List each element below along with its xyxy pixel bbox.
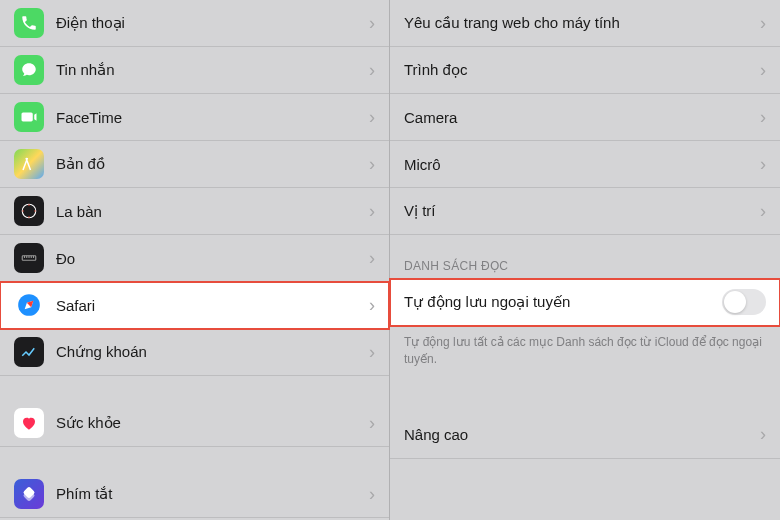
compass-icon: [14, 196, 44, 226]
chevron-right-icon: ›: [369, 295, 375, 316]
health-icon: [14, 408, 44, 438]
section-header-reading-list: DANH SÁCH ĐỌC: [390, 235, 780, 279]
shortcuts-icon: [14, 479, 44, 509]
detail-item-label: Nâng cao: [404, 426, 760, 443]
settings-detail: Yêu cầu trang web cho máy tính › Trình đ…: [390, 0, 780, 520]
section-gap: [0, 376, 389, 400]
sidebar-item-label: Phím tắt: [56, 485, 369, 503]
chevron-right-icon: ›: [760, 154, 766, 175]
measure-icon: [14, 243, 44, 273]
sidebar-item-shortcuts[interactable]: Phím tắt ›: [0, 471, 389, 518]
sidebar-item-label: Đo: [56, 250, 369, 267]
svg-point-0: [22, 204, 36, 218]
section-footer-reading-list: Tự động lưu tất cả các mục Danh sách đọc…: [390, 326, 780, 380]
detail-item-label: Micrô: [404, 156, 760, 173]
chevron-right-icon: ›: [369, 107, 375, 128]
detail-item-reader[interactable]: Trình đọc ›: [390, 47, 780, 94]
toggle-switch[interactable]: [722, 289, 766, 315]
sidebar-item-label: Safari: [56, 297, 369, 314]
chevron-right-icon: ›: [760, 60, 766, 81]
sidebar-item-measure[interactable]: Đo ›: [0, 235, 389, 282]
detail-item-label: Trình đọc: [404, 61, 760, 79]
sidebar-item-compass[interactable]: La bàn ›: [0, 188, 389, 235]
chevron-right-icon: ›: [369, 342, 375, 363]
sidebar-item-label: La bàn: [56, 203, 369, 220]
chevron-right-icon: ›: [760, 424, 766, 445]
sidebar-item-label: Bản đồ: [56, 155, 369, 173]
detail-item-advanced[interactable]: Nâng cao ›: [390, 412, 780, 459]
sidebar-item-label: Sức khỏe: [56, 414, 369, 432]
chevron-right-icon: ›: [760, 107, 766, 128]
chevron-right-icon: ›: [369, 484, 375, 505]
sidebar-item-label: Điện thoại: [56, 14, 369, 32]
detail-item-label: Camera: [404, 109, 760, 126]
chevron-right-icon: ›: [369, 201, 375, 222]
sidebar-item-label: FaceTime: [56, 109, 369, 126]
sidebar-item-messages[interactable]: Tin nhắn ›: [0, 47, 389, 94]
message-icon: [14, 55, 44, 85]
facetime-icon: [14, 102, 44, 132]
chevron-right-icon: ›: [369, 413, 375, 434]
detail-item-auto-save-offline[interactable]: Tự động lưu ngoại tuyến: [390, 279, 780, 326]
maps-icon: [14, 149, 44, 179]
sidebar-item-facetime[interactable]: FaceTime ›: [0, 94, 389, 141]
stocks-icon: [14, 337, 44, 367]
detail-item-label: Yêu cầu trang web cho máy tính: [404, 14, 760, 32]
chevron-right-icon: ›: [760, 13, 766, 34]
sidebar-item-phone[interactable]: Điện thoại ›: [0, 0, 389, 47]
sidebar-item-stocks[interactable]: Chứng khoán ›: [0, 329, 389, 376]
detail-item-desktop-site[interactable]: Yêu cầu trang web cho máy tính ›: [390, 0, 780, 47]
spacer: [390, 380, 780, 412]
detail-item-location[interactable]: Vị trí ›: [390, 188, 780, 235]
section-gap: [0, 447, 389, 471]
phone-icon: [14, 8, 44, 38]
detail-item-camera[interactable]: Camera ›: [390, 94, 780, 141]
detail-item-label: Vị trí: [404, 202, 760, 220]
detail-item-label: Tự động lưu ngoại tuyến: [404, 293, 722, 311]
chevron-right-icon: ›: [760, 201, 766, 222]
chevron-right-icon: ›: [369, 154, 375, 175]
sidebar-item-health[interactable]: Sức khỏe ›: [0, 400, 389, 447]
settings-sidebar: Điện thoại › Tin nhắn › FaceTime › Bản đ…: [0, 0, 390, 520]
sidebar-item-maps[interactable]: Bản đồ ›: [0, 141, 389, 188]
sidebar-item-safari[interactable]: Safari ›: [0, 282, 389, 329]
sidebar-item-label: Tin nhắn: [56, 61, 369, 79]
chevron-right-icon: ›: [369, 13, 375, 34]
chevron-right-icon: ›: [369, 248, 375, 269]
chevron-right-icon: ›: [369, 60, 375, 81]
sidebar-item-label: Chứng khoán: [56, 343, 369, 361]
safari-icon: [14, 290, 44, 320]
detail-item-microphone[interactable]: Micrô ›: [390, 141, 780, 188]
